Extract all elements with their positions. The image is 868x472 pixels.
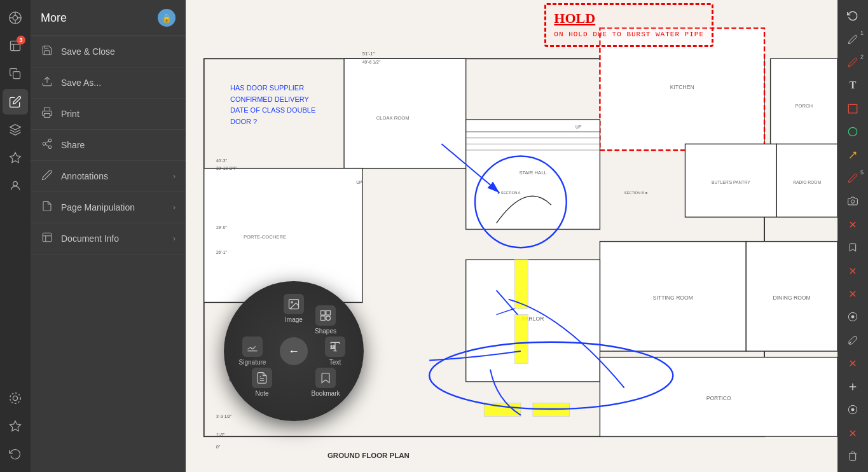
- document-info-icon: [41, 232, 53, 246]
- radial-back-button[interactable]: ←: [280, 337, 308, 365]
- save-close-label: Save & Close: [61, 46, 115, 57]
- radial-item-note[interactable]: Note: [243, 368, 281, 397]
- x-mark-2[interactable]: [840, 260, 865, 281]
- svg-point-80: [291, 302, 293, 303]
- refresh-icon-btn[interactable]: [3, 441, 28, 467]
- rectangle-tool[interactable]: [840, 98, 865, 120]
- svg-point-102: [851, 316, 854, 318]
- svg-rect-82: [326, 311, 331, 316]
- svg-text:STAIR HALL: STAIR HALL: [519, 170, 546, 176]
- add-button[interactable]: [840, 376, 865, 398]
- users-icon-btn[interactable]: [3, 173, 28, 198]
- svg-rect-22: [43, 233, 52, 242]
- svg-text:29'-0": 29'-0": [216, 225, 228, 230]
- x-mark-1[interactable]: [840, 214, 865, 235]
- page-manipulation-chevron: ›: [173, 203, 176, 212]
- pages-icon-btn[interactable]: 3: [3, 33, 28, 59]
- x-mark-5[interactable]: [840, 422, 865, 443]
- print-icon: [41, 107, 53, 121]
- right-toolbar: 1 2 T 5: [837, 0, 868, 472]
- lock-icon[interactable]: 🔒: [158, 9, 176, 27]
- save-as-label: Save As...: [61, 78, 101, 88]
- x-mark-4[interactable]: [840, 352, 865, 374]
- signature-label: Signature: [239, 359, 266, 366]
- cloud-icon-btn[interactable]: [3, 385, 28, 411]
- sidebar-item-annotations[interactable]: Annotations ›: [31, 161, 186, 192]
- sidebar-item-save-as[interactable]: Save As...: [31, 67, 186, 99]
- svg-text:SITTING ROOM: SITTING ROOM: [653, 295, 693, 301]
- svg-text:RADIO ROOM: RADIO ROOM: [793, 180, 821, 184]
- document-info-chevron: ›: [173, 234, 176, 243]
- svg-text:DINING ROOM: DINING ROOM: [773, 295, 810, 301]
- document-info-label: Document Info: [61, 233, 119, 244]
- svg-point-92: [848, 128, 857, 136]
- svg-point-94: [851, 200, 854, 203]
- arrow-tool[interactable]: [840, 144, 865, 165]
- svg-point-109: [851, 408, 854, 411]
- svg-text:PORTICO: PORTICO: [706, 395, 731, 401]
- share-label: Share: [61, 140, 85, 150]
- svg-point-18: [43, 142, 46, 146]
- svg-point-11: [13, 181, 18, 186]
- svg-line-103: [849, 342, 851, 344]
- left-icon-bar: 3: [0, 0, 31, 472]
- svg-text:◄ SECTION A: ◄ SECTION A: [497, 191, 521, 195]
- brush-tool[interactable]: [840, 330, 865, 351]
- radial-menu[interactable]: ← Image Shapes: [224, 281, 364, 421]
- layers-icon-btn[interactable]: [3, 117, 28, 142]
- radial-item-shapes[interactable]: Shapes: [307, 305, 345, 335]
- sidebar-item-share[interactable]: Share: [31, 130, 186, 161]
- circle-dot-1[interactable]: [840, 306, 865, 328]
- sidebar-title: More: [41, 11, 67, 25]
- sidebar-item-save-close[interactable]: Save & Close: [31, 36, 186, 67]
- save-as-icon: [41, 76, 53, 90]
- pencil-tool-2[interactable]: 2: [840, 52, 865, 73]
- trash-button[interactable]: [840, 445, 865, 467]
- svg-point-13: [10, 393, 21, 404]
- bookmark-tool[interactable]: [840, 237, 865, 258]
- copy-icon-btn[interactable]: [3, 61, 28, 87]
- home-icon-btn[interactable]: [3, 5, 28, 31]
- back-arrow-icon: ←: [288, 345, 300, 358]
- svg-point-17: [48, 139, 52, 142]
- pencil-tool-5[interactable]: 5: [840, 167, 865, 189]
- sidebar-item-print[interactable]: Print: [31, 99, 186, 130]
- radial-item-bookmark[interactable]: Bookmark: [307, 368, 345, 397]
- star-icon-btn[interactable]: [3, 413, 28, 439]
- radial-item-text[interactable]: 12 Text: [316, 337, 354, 366]
- image-icon: [284, 294, 304, 314]
- text-tool-button[interactable]: T: [840, 74, 865, 96]
- svg-text:0": 0": [216, 445, 221, 449]
- shapes-icon-btn[interactable]: [3, 145, 28, 170]
- bookmark-radial-icon: [315, 368, 336, 388]
- bookmark-label: Bookmark: [311, 390, 340, 397]
- pencil-2-badge: 2: [860, 53, 864, 60]
- pencil-tool-1[interactable]: 1: [840, 28, 865, 50]
- sidebar-item-page-manipulation[interactable]: Page Manipulation ›: [31, 192, 186, 223]
- circle-tool[interactable]: [840, 121, 865, 142]
- svg-marker-10: [10, 125, 21, 130]
- text-icon: T: [850, 80, 857, 91]
- svg-marker-14: [10, 421, 21, 431]
- svg-text:KITCHEN: KITCHEN: [670, 84, 694, 90]
- circle-dot-2[interactable]: [840, 399, 865, 420]
- pencil-1-badge: 1: [860, 30, 864, 36]
- svg-rect-9: [13, 72, 20, 79]
- blueprint-background[interactable]: CLOAK ROOM KITCHEN PORCH STAIR HALL BUTL…: [186, 0, 837, 472]
- svg-text:SECTION B ►: SECTION B ►: [624, 191, 649, 195]
- edit-icon-btn[interactable]: [3, 89, 28, 115]
- svg-text:PORTE-COCHERE: PORTE-COCHERE: [244, 234, 286, 240]
- note-radial-icon: [252, 368, 272, 388]
- undo-button[interactable]: [840, 5, 865, 27]
- annotations-label: Annotations: [61, 171, 108, 181]
- svg-text:CLOAK ROOM: CLOAK ROOM: [376, 115, 410, 121]
- svg-rect-83: [321, 316, 326, 321]
- sidebar-item-document-info[interactable]: Document Info ›: [31, 223, 186, 254]
- svg-text:GROUND FLOOR PLAN: GROUND FLOOR PLAN: [327, 452, 410, 459]
- svg-point-12: [13, 396, 17, 400]
- radial-item-signature[interactable]: Signature: [233, 337, 272, 366]
- svg-text:51'-1": 51'-1": [362, 51, 375, 57]
- camera-tool[interactable]: [840, 190, 865, 212]
- x-mark-3[interactable]: [840, 283, 865, 305]
- text-radial-icon: 12: [325, 337, 345, 357]
